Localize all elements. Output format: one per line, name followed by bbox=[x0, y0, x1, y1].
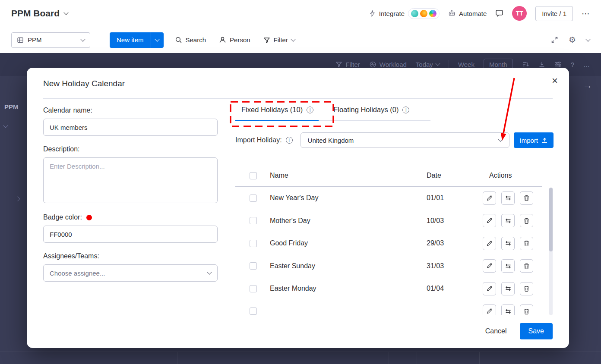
chat-button[interactable] bbox=[495, 9, 503, 17]
swap-button[interactable] bbox=[501, 237, 515, 250]
scrollbar-thumb[interactable] bbox=[549, 188, 553, 251]
integration-app-icon bbox=[420, 10, 427, 17]
swap-button[interactable] bbox=[501, 259, 515, 273]
swap-button[interactable] bbox=[501, 282, 515, 295]
delete-button[interactable] bbox=[520, 214, 533, 227]
bg-column-line bbox=[283, 352, 283, 364]
import-button[interactable]: Import bbox=[514, 132, 554, 148]
row-checkbox[interactable] bbox=[250, 285, 257, 292]
person-filter-button[interactable]: Person bbox=[219, 36, 250, 44]
bg-week-button[interactable]: Week bbox=[458, 61, 474, 68]
swap-button[interactable] bbox=[501, 214, 515, 227]
close-button[interactable]: × bbox=[552, 75, 558, 86]
select-all-checkbox[interactable] bbox=[250, 172, 257, 179]
col-actions: Actions bbox=[477, 172, 542, 179]
bg-column-line bbox=[177, 352, 177, 364]
bg-workload-button[interactable]: Workload bbox=[369, 61, 407, 68]
page-title-text: PPM Board bbox=[11, 8, 60, 19]
automate-button[interactable]: Automate bbox=[448, 10, 487, 17]
holiday-table-body: New Year's Day 01/01 bbox=[235, 187, 542, 315]
delete-button[interactable] bbox=[520, 237, 533, 250]
page-title[interactable]: PPM Board bbox=[11, 8, 68, 19]
table-view-icon bbox=[17, 37, 24, 44]
automate-label: Automate bbox=[459, 10, 487, 17]
chevron-down-icon bbox=[435, 61, 440, 66]
chevron-down-icon bbox=[80, 37, 85, 41]
bg-right-arrow[interactable]: → bbox=[583, 80, 592, 91]
delete-button[interactable] bbox=[520, 259, 533, 273]
holiday-date: 01/01 bbox=[427, 194, 477, 202]
search-button[interactable]: Search bbox=[175, 36, 206, 44]
board-view-label: PPM bbox=[28, 36, 42, 44]
new-item-dropdown[interactable] bbox=[151, 32, 164, 48]
trash-icon bbox=[523, 240, 530, 247]
header-actions: Integrate Automate TT Invite / 1 ⋯ bbox=[369, 6, 590, 21]
fullscreen-icon[interactable] bbox=[551, 36, 558, 44]
row-checkbox[interactable] bbox=[250, 217, 257, 224]
delete-button[interactable] bbox=[520, 191, 533, 205]
pencil-icon bbox=[486, 263, 493, 269]
row-actions bbox=[477, 214, 542, 227]
badge-color-label-text: Badge color: bbox=[43, 213, 82, 221]
delete-button[interactable] bbox=[520, 282, 533, 295]
bg-filter-button[interactable]: Filter bbox=[335, 61, 360, 68]
assignees-select[interactable]: Choose assignee... bbox=[43, 264, 218, 282]
calendar-name-input[interactable] bbox=[43, 119, 218, 136]
pencil-icon bbox=[486, 286, 493, 292]
trash-icon bbox=[523, 195, 530, 201]
bg-help-button[interactable]: ? bbox=[571, 61, 574, 68]
tab-floating-holidays[interactable]: Floating Holidays (0) i bbox=[333, 106, 409, 120]
edit-button[interactable] bbox=[483, 214, 496, 227]
edit-button[interactable] bbox=[483, 259, 496, 273]
filter-button[interactable]: Filter bbox=[263, 36, 295, 44]
collapse-chevron-icon[interactable] bbox=[585, 37, 590, 41]
new-item-button[interactable]: New item bbox=[110, 32, 151, 48]
info-icon[interactable]: i bbox=[307, 107, 313, 113]
filter-funnel-icon bbox=[335, 61, 342, 68]
settings-gear-icon[interactable]: ⚙ bbox=[569, 36, 576, 44]
top-header: PPM Board Integrate Automate TT Inv bbox=[0, 0, 601, 53]
cancel-button[interactable]: Cancel bbox=[485, 327, 507, 335]
bg-sort-icon[interactable] bbox=[522, 61, 529, 68]
info-icon[interactable]: i bbox=[286, 137, 293, 144]
pencil-icon bbox=[486, 217, 493, 224]
new-item-split-button: New item bbox=[110, 32, 164, 48]
tab-label: Fixed Holidays (10) bbox=[241, 106, 303, 114]
invite-button[interactable]: Invite / 1 bbox=[535, 6, 573, 21]
modal-right-pane: Fixed Holidays (10) i Floating Holidays … bbox=[235, 106, 554, 315]
bg-download-icon[interactable] bbox=[538, 61, 545, 68]
country-select[interactable]: United Kingdom bbox=[300, 132, 510, 148]
info-icon[interactable]: i bbox=[402, 107, 409, 113]
row-checkbox[interactable] bbox=[250, 308, 257, 315]
bg-column-line bbox=[389, 352, 389, 364]
pencil-icon bbox=[486, 240, 493, 247]
swap-button[interactable] bbox=[501, 191, 515, 205]
bg-expand-chevron-icon[interactable] bbox=[15, 196, 20, 201]
badge-color-input[interactable] bbox=[43, 226, 218, 243]
bg-workload-label: Workload bbox=[380, 61, 407, 68]
avatar[interactable]: TT bbox=[512, 6, 527, 21]
save-button[interactable]: Save bbox=[520, 323, 553, 339]
description-textarea[interactable] bbox=[43, 157, 218, 203]
import-label-text: Import Holiday: bbox=[235, 136, 282, 144]
integrate-button[interactable]: Integrate bbox=[369, 8, 440, 19]
row-checkbox[interactable] bbox=[250, 240, 257, 247]
tab-fixed-holidays[interactable]: Fixed Holidays (10) i bbox=[241, 106, 313, 120]
bg-today-select[interactable]: Today bbox=[416, 61, 440, 68]
edit-button[interactable] bbox=[483, 237, 496, 250]
board-view-select[interactable]: PPM bbox=[11, 32, 90, 48]
robot-icon bbox=[448, 10, 455, 17]
swap-button[interactable] bbox=[501, 304, 515, 315]
edit-button[interactable] bbox=[483, 304, 496, 315]
holiday-name: Easter Monday bbox=[270, 285, 427, 292]
row-checkbox[interactable] bbox=[250, 262, 257, 270]
edit-button[interactable] bbox=[483, 282, 496, 295]
delete-button[interactable] bbox=[520, 304, 533, 315]
bg-more-button[interactable]: … bbox=[583, 61, 590, 68]
edit-button[interactable] bbox=[483, 191, 496, 205]
row-checkbox[interactable] bbox=[250, 195, 257, 202]
bg-settings-sliders-icon[interactable] bbox=[554, 61, 562, 68]
person-icon bbox=[219, 36, 226, 44]
bg-collapse-chevron-icon[interactable] bbox=[3, 123, 8, 128]
more-menu-button[interactable]: ⋯ bbox=[582, 9, 590, 19]
